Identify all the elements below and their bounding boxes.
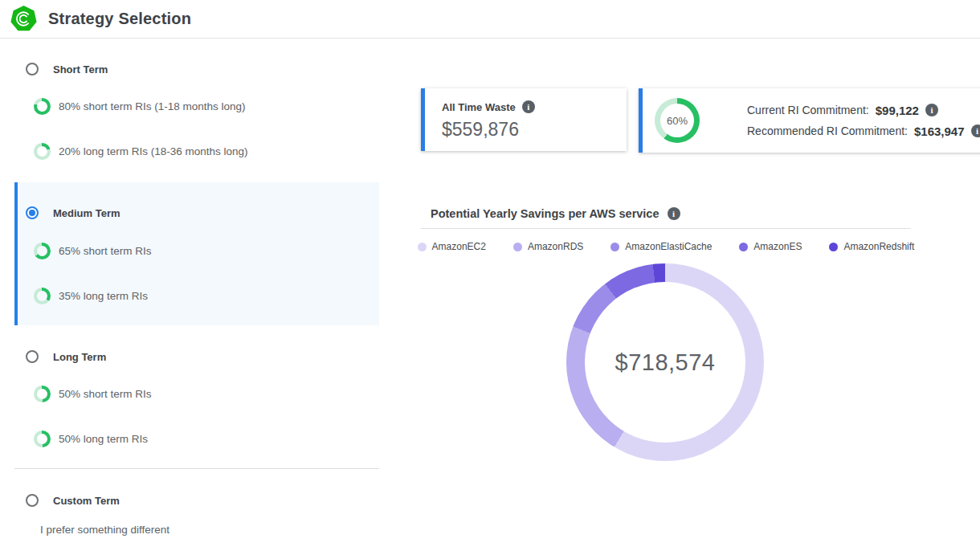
current-commitment-value: $99,122 [876, 104, 919, 117]
strategy-medium-term-selected-panel: Medium Term 65% short term RIs 35% long … [14, 182, 379, 325]
legend-dot-icon [739, 243, 748, 251]
strategy-option: 50% long term RIs [34, 431, 148, 447]
radio-unselected-icon[interactable] [26, 350, 39, 363]
option-label: 35% long term RIs [59, 290, 148, 302]
option-label: 80% short term RIs (1-18 months long) [59, 100, 246, 112]
waste-card-title: All Time Waste [442, 101, 516, 113]
cloudability-logo-icon [10, 6, 37, 32]
strategy-custom-term[interactable]: Custom Term [26, 494, 120, 507]
legend-label: AmazonRedshift [843, 241, 914, 252]
mini-donut-icon [34, 386, 51, 402]
legend-dot-icon [829, 243, 838, 251]
strategy-option: 20% long term RIs (18-36 months long) [34, 143, 248, 160]
legend-item-AmazonElastiCache[interactable]: AmazonElastiCache [610, 241, 712, 252]
savings-donut-chart[interactable]: $718,574 [566, 263, 764, 461]
recommended-commitment-label: Recommended RI Commitment: [747, 124, 908, 137]
mini-donut-icon [34, 143, 51, 160]
waste-card-value: $559,876 [442, 119, 627, 141]
strategy-selection-page: Strategy Selection Short Term 80% short … [0, 0, 980, 555]
option-label: 50% short term RIs [59, 388, 152, 400]
strategy-short-term[interactable]: Short Term [26, 63, 108, 75]
current-commitment-row: Current RI Commitment: $99,122 [747, 104, 980, 117]
strategy-option: 80% short term RIs (1-18 months long) [34, 98, 246, 115]
strategy-medium-term[interactable]: Medium Term [26, 206, 120, 219]
divider [14, 468, 379, 469]
strategy-label: Medium Term [53, 207, 120, 219]
mini-donut-icon [34, 288, 51, 304]
legend-item-AmazonRedshift[interactable]: AmazonRedshift [829, 241, 914, 252]
radio-selected-icon[interactable] [26, 206, 39, 219]
coverage-gauge: 60% [655, 98, 700, 143]
radio-unselected-icon[interactable] [26, 494, 39, 507]
legend-label: AmazonEC2 [432, 241, 486, 252]
recommended-commitment-row: Recommended RI Commitment: $163,947 [747, 124, 980, 138]
donut-total-label: $718,574 [566, 263, 764, 461]
legend-dot-icon [610, 243, 619, 251]
gauge-percent-label: 60% [655, 98, 700, 143]
savings-chart-card: Potential Yearly Savings per AWS service… [421, 201, 911, 252]
info-icon[interactable] [522, 100, 535, 113]
strategy-label: Custom Term [53, 495, 120, 507]
current-commitment-label: Current RI Commitment: [747, 104, 869, 116]
info-icon[interactable] [971, 124, 980, 137]
legend-dot-icon [513, 243, 522, 251]
option-label: 50% long term RIs [59, 433, 148, 445]
recommended-commitment-value: $163,947 [914, 124, 965, 138]
legend-dot-icon [418, 243, 427, 251]
strategy-label: Long Term [53, 351, 106, 363]
legend-item-AmazonEC2[interactable]: AmazonEC2 [418, 241, 486, 252]
strategy-option: 35% long term RIs [34, 288, 148, 304]
page-header: Strategy Selection [0, 0, 980, 39]
mini-donut-icon [34, 431, 51, 447]
option-label: 65% short term RIs [59, 245, 152, 257]
strategy-option: 65% short term RIs [34, 243, 152, 259]
strategy-label: Short Term [53, 63, 108, 75]
info-icon[interactable] [668, 207, 680, 220]
legend-label: AmazonRDS [528, 241, 583, 252]
info-icon[interactable] [925, 104, 938, 116]
strategy-long-term[interactable]: Long Term [26, 350, 106, 363]
legend-label: AmazonElastiCache [625, 241, 712, 252]
strategy-option: 50% short term RIs [34, 386, 152, 402]
legend-item-AmazonES[interactable]: AmazonES [739, 241, 802, 252]
custom-term-description: I prefer something different [40, 524, 169, 536]
option-label: 20% long term RIs (18-36 months long) [59, 145, 248, 157]
ri-commitment-card: 60% Current RI Commitment: $99,122 Recom… [639, 88, 980, 153]
chart-legend: AmazonEC2AmazonRDSAmazonElastiCacheAmazo… [421, 241, 911, 252]
radio-unselected-icon[interactable] [26, 63, 39, 75]
chart-title: Potential Yearly Savings per AWS service [431, 207, 659, 220]
page-title: Strategy Selection [48, 10, 191, 28]
legend-item-AmazonRDS[interactable]: AmazonRDS [513, 241, 583, 252]
mini-donut-icon [34, 243, 51, 259]
all-time-waste-card: All Time Waste $559,876 [421, 88, 627, 151]
mini-donut-icon [34, 98, 51, 115]
legend-label: AmazonES [753, 241, 802, 252]
